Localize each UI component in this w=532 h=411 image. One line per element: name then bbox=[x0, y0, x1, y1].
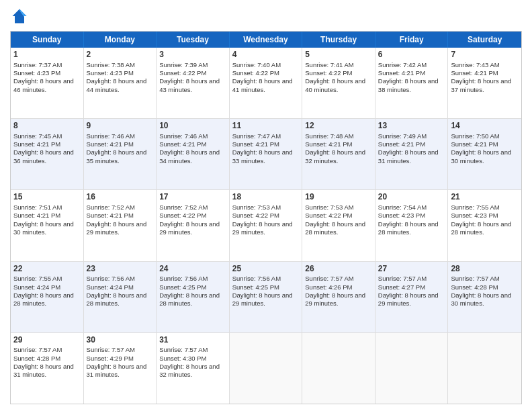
calendar-day-cell: 30Sunrise: 7:57 AMSunset: 4:29 PMDayligh… bbox=[84, 333, 157, 404]
day-number: 16 bbox=[87, 192, 154, 203]
sunrise-time: Sunrise: 7:38 AM bbox=[87, 61, 135, 68]
sunrise-time: Sunrise: 7:46 AM bbox=[87, 132, 135, 140]
sunset-time: Sunset: 4:28 PM bbox=[451, 283, 498, 291]
sunrise-time: Sunrise: 7:43 AM bbox=[451, 61, 499, 68]
sunrise-time: Sunrise: 7:46 AM bbox=[159, 132, 208, 140]
sunset-time: Sunset: 4:21 PM bbox=[87, 212, 134, 219]
calendar-day-cell: 11Sunrise: 7:47 AMSunset: 4:21 PMDayligh… bbox=[230, 119, 303, 189]
sunrise-time: Sunrise: 7:52 AM bbox=[87, 203, 135, 211]
daylight-hours: Daylight: 8 hours and 29 minutes. bbox=[87, 220, 147, 236]
calendar-day-cell: 22Sunrise: 7:55 AMSunset: 4:24 PMDayligh… bbox=[11, 262, 84, 332]
daylight-hours: Daylight: 8 hours and 40 minutes. bbox=[305, 77, 365, 93]
daylight-hours: Daylight: 8 hours and 28 minutes. bbox=[378, 220, 439, 236]
daylight-hours: Daylight: 8 hours and 28 minutes. bbox=[13, 291, 74, 307]
daylight-hours: Daylight: 8 hours and 43 minutes. bbox=[159, 77, 220, 93]
calendar-row: 15Sunrise: 7:51 AMSunset: 4:21 PMDayligh… bbox=[11, 190, 521, 261]
day-number: 9 bbox=[87, 121, 154, 132]
day-number: 17 bbox=[159, 192, 226, 203]
sunset-time: Sunset: 4:26 PM bbox=[305, 283, 352, 291]
daylight-hours: Daylight: 8 hours and 28 minutes. bbox=[305, 220, 365, 236]
sunset-time: Sunset: 4:21 PM bbox=[378, 140, 425, 148]
weekday-header: Saturday bbox=[448, 32, 521, 48]
day-number: 19 bbox=[305, 192, 372, 203]
sunset-time: Sunset: 4:21 PM bbox=[13, 140, 60, 148]
daylight-hours: Daylight: 8 hours and 36 minutes. bbox=[13, 148, 74, 164]
calendar-day-cell: 23Sunrise: 7:56 AMSunset: 4:24 PMDayligh… bbox=[84, 262, 157, 332]
sunset-time: Sunset: 4:21 PM bbox=[451, 69, 498, 77]
day-number: 3 bbox=[159, 50, 226, 60]
daylight-hours: Daylight: 8 hours and 32 minutes. bbox=[159, 363, 220, 378]
sunrise-time: Sunrise: 7:57 AM bbox=[451, 275, 499, 282]
calendar-day-cell: 27Sunrise: 7:57 AMSunset: 4:27 PMDayligh… bbox=[375, 262, 449, 332]
daylight-hours: Daylight: 8 hours and 29 minutes. bbox=[305, 291, 365, 307]
sunrise-time: Sunrise: 7:47 AM bbox=[232, 132, 281, 140]
daylight-hours: Daylight: 8 hours and 31 minutes. bbox=[87, 363, 147, 378]
sunset-time: Sunset: 4:21 PM bbox=[232, 140, 279, 148]
sunset-time: Sunset: 4:21 PM bbox=[378, 69, 425, 77]
daylight-hours: Daylight: 8 hours and 31 minutes. bbox=[13, 363, 74, 378]
day-number: 28 bbox=[451, 264, 519, 275]
day-number: 5 bbox=[305, 50, 372, 60]
daylight-hours: Daylight: 8 hours and 29 minutes. bbox=[159, 220, 220, 236]
weekday-header: Sunday bbox=[11, 32, 84, 48]
day-number: 21 bbox=[451, 192, 519, 203]
calendar-row: 22Sunrise: 7:55 AMSunset: 4:24 PMDayligh… bbox=[11, 262, 521, 333]
sunset-time: Sunset: 4:22 PM bbox=[159, 212, 206, 219]
sunset-time: Sunset: 4:24 PM bbox=[13, 283, 60, 291]
sunrise-time: Sunrise: 7:37 AM bbox=[13, 61, 62, 68]
calendar-day-cell: 10Sunrise: 7:46 AMSunset: 4:21 PMDayligh… bbox=[157, 119, 230, 189]
sunrise-time: Sunrise: 7:55 AM bbox=[451, 203, 499, 211]
calendar-day-cell: 25Sunrise: 7:56 AMSunset: 4:25 PMDayligh… bbox=[230, 262, 303, 332]
daylight-hours: Daylight: 8 hours and 29 minutes. bbox=[378, 291, 439, 307]
sunrise-time: Sunrise: 7:55 AM bbox=[13, 275, 62, 282]
daylight-hours: Daylight: 8 hours and 35 minutes. bbox=[87, 148, 147, 164]
sunset-time: Sunset: 4:22 PM bbox=[305, 212, 352, 219]
sunset-time: Sunset: 4:30 PM bbox=[159, 355, 206, 362]
daylight-hours: Daylight: 8 hours and 29 minutes. bbox=[232, 220, 293, 236]
day-number: 2 bbox=[87, 50, 154, 60]
day-number: 25 bbox=[232, 264, 300, 275]
daylight-hours: Daylight: 8 hours and 44 minutes. bbox=[87, 77, 147, 93]
daylight-hours: Daylight: 8 hours and 30 minutes. bbox=[451, 148, 511, 164]
day-number: 10 bbox=[159, 121, 226, 132]
calendar-day-cell: 18Sunrise: 7:53 AMSunset: 4:22 PMDayligh… bbox=[230, 190, 303, 261]
day-number: 22 bbox=[13, 264, 81, 275]
sunrise-time: Sunrise: 7:53 AM bbox=[232, 203, 281, 211]
calendar-day-cell: 6Sunrise: 7:42 AMSunset: 4:21 PMDaylight… bbox=[375, 48, 449, 118]
day-number: 12 bbox=[305, 121, 372, 132]
calendar: SundayMondayTuesdayWednesdayThursdayFrid… bbox=[10, 31, 522, 404]
weekday-header: Tuesday bbox=[157, 32, 230, 48]
calendar-day-cell: 24Sunrise: 7:56 AMSunset: 4:25 PMDayligh… bbox=[157, 262, 230, 332]
calendar-day-cell: 28Sunrise: 7:57 AMSunset: 4:28 PMDayligh… bbox=[448, 262, 521, 332]
day-number: 26 bbox=[305, 264, 372, 275]
calendar-day-cell: 17Sunrise: 7:52 AMSunset: 4:22 PMDayligh… bbox=[157, 190, 230, 261]
day-number: 4 bbox=[232, 50, 300, 60]
calendar-day-cell: 26Sunrise: 7:57 AMSunset: 4:26 PMDayligh… bbox=[302, 262, 375, 332]
day-number: 14 bbox=[451, 121, 519, 132]
weekday-header: Friday bbox=[375, 32, 449, 48]
daylight-hours: Daylight: 8 hours and 30 minutes. bbox=[13, 220, 74, 236]
daylight-hours: Daylight: 8 hours and 41 minutes. bbox=[232, 77, 293, 93]
sunrise-time: Sunrise: 7:51 AM bbox=[13, 203, 62, 211]
logo bbox=[10, 7, 32, 26]
calendar-day-cell: 19Sunrise: 7:53 AMSunset: 4:22 PMDayligh… bbox=[302, 190, 375, 261]
calendar-day-cell: 21Sunrise: 7:55 AMSunset: 4:23 PMDayligh… bbox=[448, 190, 521, 261]
sunset-time: Sunset: 4:27 PM bbox=[378, 283, 425, 291]
sunset-time: Sunset: 4:25 PM bbox=[159, 283, 206, 291]
sunset-time: Sunset: 4:25 PM bbox=[232, 283, 279, 291]
calendar-row: 29Sunrise: 7:57 AMSunset: 4:28 PMDayligh… bbox=[11, 333, 521, 404]
weekday-header: Thursday bbox=[302, 32, 375, 48]
day-number: 24 bbox=[159, 264, 226, 275]
header bbox=[10, 7, 522, 26]
day-number: 20 bbox=[378, 192, 445, 203]
calendar-day-cell: 12Sunrise: 7:48 AMSunset: 4:21 PMDayligh… bbox=[302, 119, 375, 189]
daylight-hours: Daylight: 8 hours and 28 minutes. bbox=[87, 291, 147, 307]
calendar-day-cell: 29Sunrise: 7:57 AMSunset: 4:28 PMDayligh… bbox=[11, 333, 84, 404]
weekday-header: Monday bbox=[84, 32, 157, 48]
sunrise-time: Sunrise: 7:40 AM bbox=[232, 61, 281, 68]
day-number: 13 bbox=[378, 121, 445, 132]
sunset-time: Sunset: 4:23 PM bbox=[378, 212, 425, 219]
sunset-time: Sunset: 4:21 PM bbox=[159, 140, 206, 148]
daylight-hours: Daylight: 8 hours and 28 minutes. bbox=[159, 291, 220, 307]
calendar-body: 1Sunrise: 7:37 AMSunset: 4:23 PMDaylight… bbox=[11, 48, 521, 404]
